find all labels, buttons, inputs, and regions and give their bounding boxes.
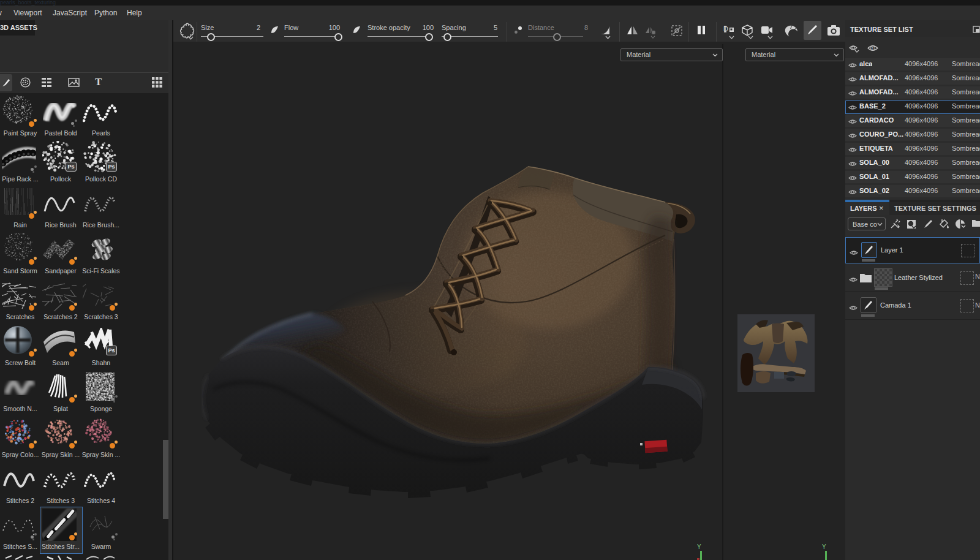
svg-text:1: 1 xyxy=(872,47,874,51)
svg-text:D: D xyxy=(723,25,728,32)
